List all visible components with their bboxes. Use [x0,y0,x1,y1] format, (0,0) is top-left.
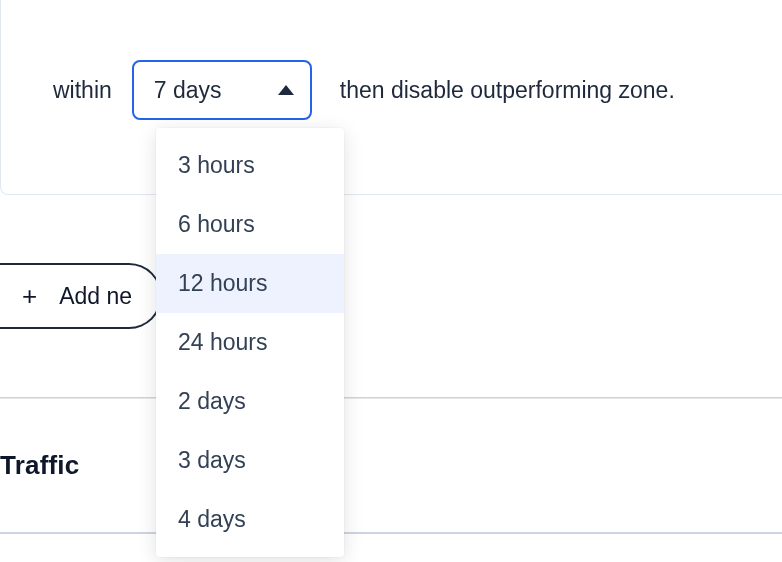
rule-panel: within 7 days then disable outperforming… [0,0,782,195]
duration-select-value: 7 days [154,77,222,104]
within-label: within [53,77,112,104]
dropdown-option[interactable]: 3 days [156,431,344,490]
dropdown-option[interactable]: 12 hours [156,254,344,313]
chevron-up-icon [278,85,294,95]
plus-icon: + [22,281,37,312]
section-title: Traffic [0,450,79,481]
duration-dropdown: 3 hours 6 hours 12 hours 24 hours 2 days… [156,128,344,557]
dropdown-option[interactable]: 4 days [156,490,344,549]
add-button-label: Add ne [59,283,132,310]
duration-select-wrap: 7 days [132,60,312,120]
dropdown-option[interactable]: 2 days [156,372,344,431]
rule-row: within 7 days then disable outperforming… [53,60,675,120]
duration-select[interactable]: 7 days [132,60,312,120]
dropdown-option[interactable]: 3 hours [156,136,344,195]
dropdown-option[interactable]: 6 hours [156,195,344,254]
dropdown-option[interactable]: 24 hours [156,313,344,372]
then-label: then disable outperforming zone. [340,77,675,104]
add-new-button[interactable]: + Add ne [0,263,162,329]
traffic-section[interactable]: Traffic [0,398,782,534]
